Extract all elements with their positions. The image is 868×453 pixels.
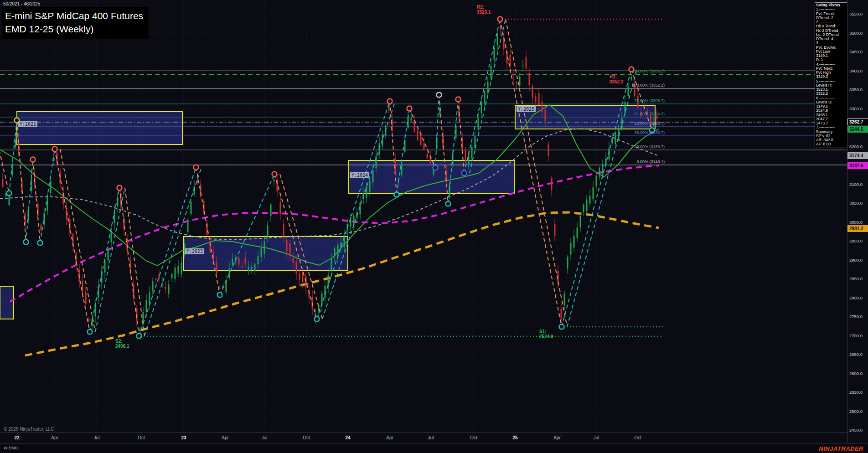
time-axis[interactable]: 22AprJulOct23AprJulOct24AprJulOct25AprJu… xyxy=(0,432,847,444)
swing-pivot-marker-low xyxy=(88,329,93,335)
time-axis-label: Oct xyxy=(303,435,310,440)
price-axis[interactable]: 3550.03500.03450.03400.03350.03300.03250… xyxy=(847,0,868,443)
swing-zigzag-leg-echo xyxy=(95,188,125,332)
price-axis-label: 3500.0 xyxy=(849,31,863,36)
price-axis-label: 2700.0 xyxy=(849,333,863,338)
instrument-name: E-mini S&P MidCap 400 Futures xyxy=(5,9,143,22)
candle-body xyxy=(570,243,572,255)
swing-pivot-marker-high xyxy=(437,93,442,98)
candle-body xyxy=(2,179,4,187)
candle-body xyxy=(296,262,297,273)
candle-body xyxy=(417,130,418,140)
candle-body xyxy=(519,77,521,86)
swing-pivot-marker-high xyxy=(388,99,393,104)
swing-pivot-marker-high xyxy=(456,97,461,102)
sr-level-label: R1: 3352.2 xyxy=(610,74,624,84)
year-box-label: Y:2022 xyxy=(18,121,37,127)
candle-body xyxy=(401,163,403,175)
swing-pivot-marker-low xyxy=(217,293,222,298)
candle-body xyxy=(254,264,256,271)
candle-body xyxy=(242,266,243,267)
swing-pivot-marker-low xyxy=(38,241,43,246)
candle-body xyxy=(427,154,428,158)
candle-body xyxy=(602,164,604,176)
candle-body xyxy=(334,248,336,256)
candle-body xyxy=(270,205,272,216)
candle-body xyxy=(484,91,486,103)
swing-pivot-marker-low xyxy=(394,192,399,197)
candle-body xyxy=(331,259,332,271)
year-box-label: Y:2024 xyxy=(350,172,369,178)
candle-body xyxy=(577,227,578,237)
series-tab[interactable]: W EMD xyxy=(4,446,18,450)
candle-body xyxy=(175,268,176,279)
fib-level-label: 0.00% (3149.1) xyxy=(587,160,665,164)
price-axis-label: 3550.0 xyxy=(849,11,863,16)
candle-body xyxy=(494,48,495,60)
time-axis-label: Jul xyxy=(428,435,434,440)
candle-body xyxy=(229,268,230,278)
candle-body xyxy=(424,144,425,150)
candle-body xyxy=(471,147,473,159)
swing-zigzag-leg-echo xyxy=(322,101,395,319)
candle-body xyxy=(328,275,329,287)
time-axis-label: Apr xyxy=(386,435,393,440)
price-axis-label: 3300.0 xyxy=(849,106,863,111)
sr-level-label: R2: 3523.1 xyxy=(477,5,491,15)
candle-body xyxy=(491,66,492,78)
candle-body xyxy=(497,34,498,46)
candle-body xyxy=(580,216,581,227)
swing-zigzag-leg xyxy=(0,138,9,193)
swing-pivot-marker-high xyxy=(272,172,277,177)
swing-pivot-marker-low xyxy=(559,324,564,329)
candle-body xyxy=(248,267,249,271)
candle-body xyxy=(545,109,546,121)
fib-level-label: 20.00% (3189.7) xyxy=(587,144,665,149)
price-axis-label: 2950.0 xyxy=(849,238,863,243)
candle-body xyxy=(522,65,524,66)
candle-body xyxy=(481,102,482,113)
candle-body xyxy=(171,274,173,278)
candle-body xyxy=(88,319,90,321)
price-axis-label: 2800.0 xyxy=(849,295,863,300)
swing-pivot-marker-low xyxy=(7,191,12,196)
time-axis-label: Oct xyxy=(138,435,145,440)
year-range-box xyxy=(17,112,182,144)
swing-pivot-marker-high xyxy=(407,106,412,111)
copyright-notice: © 2025 NinjaTrader, LLC xyxy=(4,427,54,432)
candle-body xyxy=(41,225,42,230)
swing-pivot-marker-low xyxy=(446,201,451,206)
price-marker-tag: 3147.6 xyxy=(847,162,868,169)
swing-pivot-marker-high xyxy=(117,185,122,190)
candle-body xyxy=(152,281,154,291)
price-axis-label: 3100.0 xyxy=(849,182,863,187)
fib-level-label: 38.20% (3226.7) xyxy=(587,130,665,135)
candle-body xyxy=(337,245,339,257)
candle-body xyxy=(526,57,527,68)
price-chart-canvas[interactable] xyxy=(0,0,868,453)
candle-body xyxy=(542,102,543,112)
year-box-label: Y:2025 xyxy=(517,106,536,112)
time-axis-label: Apr xyxy=(51,435,58,440)
swing-pivot-marker-high xyxy=(52,147,57,152)
candle-body xyxy=(238,257,240,264)
candle-body xyxy=(293,258,294,263)
candle-body xyxy=(593,187,594,199)
price-marker-tag: 3244.5 xyxy=(847,126,868,133)
candle-body xyxy=(187,220,189,232)
candle-body xyxy=(551,178,553,190)
swing-pivot-marker-low xyxy=(24,240,29,245)
candle-body xyxy=(516,82,517,84)
year-range-box xyxy=(0,286,14,319)
candle-body xyxy=(478,118,479,130)
candle-body xyxy=(108,248,109,260)
slowest-gold-ma xyxy=(25,212,659,355)
candle-body xyxy=(264,241,265,253)
candle-body xyxy=(532,86,533,98)
candle-body xyxy=(82,281,83,293)
price-axis-label: 3400.0 xyxy=(849,68,863,73)
swing-pivot-marker-low xyxy=(433,165,438,170)
time-axis-label: 24 xyxy=(345,435,350,440)
swing-zigzag-leg xyxy=(33,160,40,243)
candle-body xyxy=(251,267,253,270)
